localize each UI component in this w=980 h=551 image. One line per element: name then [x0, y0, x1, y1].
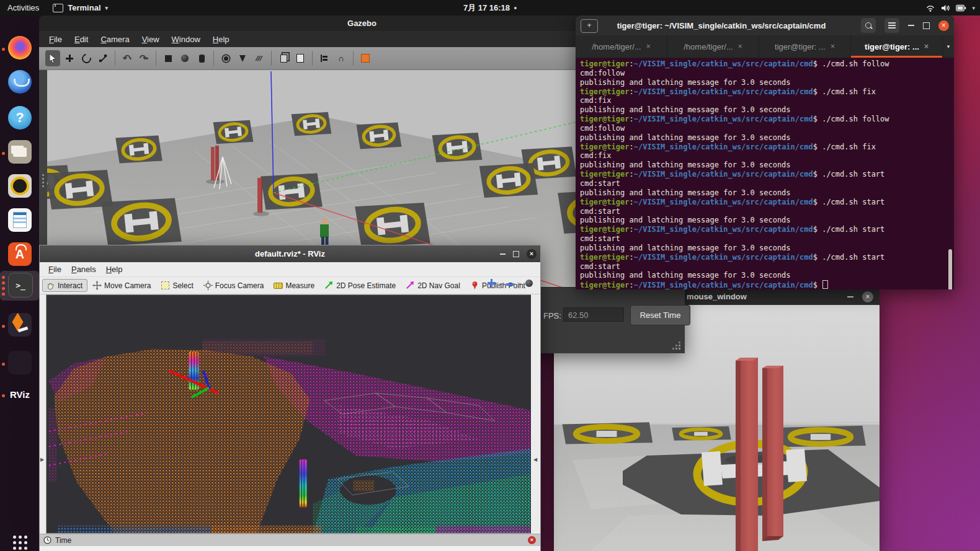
- dock-item-rviz[interactable]: RViz: [0, 381, 39, 410]
- focus-camera-icon: [203, 281, 213, 290]
- minimize-icon[interactable]: [908, 25, 914, 26]
- rviz-toolbar: InteractMove CameraSelectFocus CameraMea…: [40, 277, 540, 294]
- publish-point-pin-icon: [470, 281, 479, 290]
- rotate-icon[interactable]: [79, 50, 94, 66]
- terminal-tab-4[interactable]: tiger@tiger: ...×: [851, 35, 943, 58]
- tab-close-icon[interactable]: ×: [831, 42, 835, 51]
- align-icon[interactable]: [317, 50, 332, 66]
- directional-light-icon[interactable]: ///: [252, 50, 267, 66]
- dock-item-writer[interactable]: [0, 206, 39, 236]
- select-arrow-icon[interactable]: [45, 50, 60, 66]
- gazebo-menu-help[interactable]: Help: [208, 33, 234, 45]
- tab-close-icon[interactable]: ×: [646, 42, 651, 51]
- rviz-menu-panels[interactable]: Panels: [66, 263, 101, 275]
- time-panel-close-icon[interactable]: ×: [528, 536, 536, 544]
- gazebo-menu-file[interactable]: File: [44, 33, 67, 45]
- rviz-menu-file[interactable]: File: [43, 263, 66, 275]
- copy-icon[interactable]: [276, 50, 291, 66]
- undo-icon[interactable]: ↶▾: [120, 50, 135, 66]
- activities-button[interactable]: Activities: [7, 3, 39, 12]
- terminal-titlebar[interactable]: + tiger@tiger: ~/VISIM_single/catkin_ws/…: [576, 15, 954, 35]
- terminal-tabbar: /home/tiger/...×/home/tiger/...×tiger@ti…: [576, 35, 954, 58]
- point-light-icon[interactable]: [218, 50, 233, 66]
- app-menu[interactable]: Terminal ▾: [53, 3, 108, 12]
- time-panel-header[interactable]: Time ×: [40, 534, 540, 546]
- cylinder-icon[interactable]: [194, 50, 209, 66]
- rainbow-column-2: [300, 459, 307, 507]
- maximize-icon[interactable]: [923, 22, 930, 29]
- new-tab-button[interactable]: +: [581, 19, 598, 33]
- close-icon[interactable]: ×: [938, 20, 949, 31]
- tab-close-icon[interactable]: ×: [924, 42, 929, 51]
- snap-icon[interactable]: ∩: [334, 50, 349, 66]
- terminal-tab-2[interactable]: /home/tiger/...×: [667, 35, 759, 58]
- menu-button[interactable]: [884, 18, 899, 33]
- chevron-down-icon: ▾: [519, 282, 521, 287]
- dock-item-unknown[interactable]: [0, 349, 39, 379]
- tool-focus-camera[interactable]: Focus Camera: [200, 279, 269, 292]
- tool-options-icon[interactable]: [525, 280, 533, 287]
- view-angle-icon[interactable]: [358, 50, 373, 66]
- remove-tool-icon[interactable]: [506, 283, 514, 286]
- box-icon[interactable]: [161, 50, 176, 66]
- tool-interact[interactable]: Interact: [42, 279, 87, 292]
- files-icon: [8, 140, 32, 164]
- rviz-menu-help[interactable]: Help: [101, 263, 128, 275]
- gazebo-menu-view[interactable]: View: [137, 33, 164, 45]
- search-button[interactable]: [861, 18, 876, 33]
- dock-item-software[interactable]: A: [0, 240, 39, 270]
- dock-item-thunderbird[interactable]: [0, 68, 39, 98]
- dock-item-terminal[interactable]: >_: [0, 271, 39, 301]
- close-icon[interactable]: ×: [527, 249, 537, 259]
- resize-grip-icon[interactable]: [673, 342, 680, 350]
- gazebo-menu-window[interactable]: Window: [167, 33, 205, 45]
- tool-select[interactable]: Select: [157, 279, 198, 292]
- terminal-output-line: cmd:start: [580, 262, 954, 271]
- tab-close-icon[interactable]: ×: [738, 42, 742, 51]
- sphere-icon[interactable]: [177, 50, 192, 66]
- add-tool-icon[interactable]: [488, 279, 496, 287]
- paste-icon[interactable]: [293, 50, 308, 66]
- terminal-screen[interactable]: tiger@tiger:~/VISIM_single/catkin_ws/src…: [576, 58, 954, 289]
- dock-item-gazebo[interactable]: [0, 311, 39, 341]
- close-icon[interactable]: ×: [862, 291, 873, 302]
- clock-label: 7月 17 16:18: [463, 2, 510, 14]
- maximize-icon[interactable]: [513, 251, 519, 257]
- terminal-scrollbar[interactable]: [948, 249, 952, 289]
- dock-item-files[interactable]: [0, 138, 39, 168]
- rviz-titlebar[interactable]: default.rviz* - RViz ×: [40, 245, 540, 262]
- gazebo-title: Gazebo: [347, 19, 376, 28]
- views-panel-expander[interactable]: ◀: [531, 294, 540, 534]
- clock-menu[interactable]: 7月 17 16:18: [463, 2, 517, 14]
- unknown-icon: [8, 351, 32, 374]
- tool-move-camera[interactable]: Move Camera: [89, 279, 156, 292]
- toolbar-separator: [156, 51, 156, 66]
- tool-measure[interactable]: Measure: [270, 279, 319, 292]
- spot-light-icon[interactable]: [235, 50, 250, 66]
- terminal-tab-1[interactable]: /home/tiger/...×: [576, 35, 667, 58]
- minimize-icon[interactable]: [500, 253, 506, 255]
- dock-item-firefox[interactable]: [0, 34, 39, 64]
- fps-value-field[interactable]: 62.50: [563, 307, 624, 322]
- tool-2d-pose-estimate[interactable]: 2D Pose Estimate: [321, 279, 401, 292]
- terminal-tab-3[interactable]: tiger@tiger: ...×: [759, 35, 851, 58]
- rviz-3d-viewport[interactable]: [46, 294, 532, 534]
- pose-estimate-arrow-icon: [324, 281, 334, 290]
- displays-panel-expander[interactable]: ▶: [40, 294, 46, 534]
- show-applications-button[interactable]: [0, 529, 39, 551]
- terminal-output-line: publishing and latching message for 3.0 …: [580, 78, 954, 87]
- tool-2d-nav-goal[interactable]: 2D Nav Goal: [402, 279, 465, 292]
- app-menu-label: Terminal: [68, 3, 100, 12]
- dock-item-rhythmbox[interactable]: [0, 172, 39, 202]
- toolbar-separator: [115, 51, 115, 66]
- reset-time-button[interactable]: Reset Time: [630, 305, 690, 325]
- tab-list-dropdown-icon[interactable]: ▾: [943, 35, 954, 58]
- translate-icon[interactable]: [62, 50, 77, 66]
- scale-icon[interactable]: [96, 50, 110, 66]
- system-status-area[interactable]: ▾: [925, 0, 975, 15]
- minimize-icon[interactable]: [847, 296, 853, 298]
- redo-icon[interactable]: ↷▾: [136, 50, 151, 66]
- gazebo-menu-edit[interactable]: Edit: [69, 33, 93, 45]
- gazebo-menu-camera[interactable]: Camera: [96, 33, 134, 45]
- dock-item-help[interactable]: ?: [0, 104, 39, 134]
